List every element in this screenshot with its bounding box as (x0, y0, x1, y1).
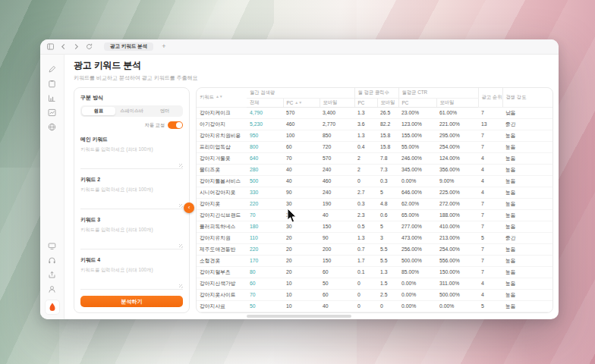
cell-click_pc: 1.3 (354, 130, 377, 141)
cell-keyword[interactable]: 몰티즈옷 (197, 164, 247, 175)
cell-mobile: 40 (320, 209, 354, 221)
resize-handle-icon[interactable] (179, 244, 183, 248)
cell-competition: 높음 (502, 141, 552, 152)
cell-keyword[interactable]: 강아지옷사이트 (197, 289, 247, 300)
cell-ctr_mobile: 500.00% (436, 289, 478, 300)
cell-mobile: 720 (320, 141, 354, 152)
cell-keyword[interactable]: 제주도애견동반 (197, 243, 247, 255)
cell-total: 330 (247, 187, 283, 198)
table-row: 강아지돌봄서비스5004046000.30.00%9.00%4높음 (197, 175, 552, 187)
cell-keyword[interactable]: 강아지털부츠 (197, 266, 247, 278)
panel-collapse-button[interactable]: ‹ (184, 202, 194, 213)
cell-ctr_mobile: 272.00% (436, 198, 478, 209)
cell-ctr_pc: 55.00% (398, 141, 436, 152)
cell-total: 80 (247, 266, 283, 278)
cell-keyword[interactable]: 시니어강아지옷 (197, 187, 247, 198)
cell-ctr_mobile: 188.00% (436, 209, 478, 221)
cell-total: 4,790 (247, 107, 283, 118)
keyword-4-input[interactable] (80, 267, 183, 284)
cell-mobile: 50 (320, 278, 354, 289)
cell-keyword[interactable]: 강아지케이크 (197, 107, 247, 118)
cell-keyword[interactable]: 강아지겨울옷 (197, 152, 247, 164)
header-click-pc[interactable]: PC (354, 98, 377, 107)
cell-pc: 10 (283, 312, 320, 313)
cell-click_mobile: 7.3 (377, 164, 398, 175)
cell-keyword[interactable]: 플러피독하네스 (197, 221, 247, 232)
cell-keyword[interactable]: 강아지옷 (197, 198, 247, 209)
cell-ctr_mobile: 356.00% (436, 164, 478, 175)
new-tab-icon[interactable]: + (162, 43, 165, 50)
header-ctr-mobile[interactable]: 모바일 (436, 98, 478, 107)
sort-icon: ▲▼ (216, 94, 223, 99)
cell-keyword[interactable]: 소형견옷 (197, 255, 247, 266)
header-total[interactable]: 전체 (247, 98, 283, 107)
trend-chart-icon[interactable] (48, 108, 57, 118)
cell-pc: 20 (283, 255, 320, 266)
resize-handle-icon[interactable] (179, 284, 183, 288)
cell-keyword[interactable]: 강아지텐트 (197, 312, 247, 313)
cell-keyword[interactable]: 아기강아지 (197, 118, 247, 130)
header-competition[interactable]: 경쟁 강도 (502, 88, 552, 107)
user-icon[interactable] (48, 285, 57, 294)
back-icon[interactable] (59, 43, 67, 51)
cell-click_pc: 0.1 (354, 266, 377, 278)
horizontal-scrollbar-thumb[interactable] (247, 315, 351, 318)
resize-handle-icon[interactable] (179, 164, 183, 168)
header-search-mobile[interactable]: 모바일 (320, 98, 354, 107)
keyword-3-input[interactable] (80, 227, 183, 243)
header-ctr-pc[interactable]: PC (398, 98, 436, 107)
cell-competition: 높음 (502, 175, 552, 187)
main-keyword-input[interactable] (80, 146, 183, 163)
cell-keyword[interactable]: 강아지사료 (197, 300, 247, 312)
cell-keyword[interactable]: 강아지유치원비용 (197, 130, 247, 141)
forward-icon[interactable] (72, 43, 80, 51)
cell-ctr_pc: 23.00% (398, 107, 436, 118)
segment-comma[interactable]: 쉼표 (82, 107, 115, 115)
app-logo-flame-icon[interactable] (45, 300, 60, 315)
cell-keyword[interactable]: 강아지돌봄서비스 (197, 175, 247, 187)
analyze-button[interactable]: 분석하기 (80, 296, 183, 307)
monitor-icon[interactable] (48, 242, 57, 251)
auto-correct-toggle[interactable] (168, 121, 183, 129)
keyword-2-input[interactable] (80, 187, 183, 203)
share-icon[interactable] (48, 271, 57, 280)
field-divider (80, 166, 183, 169)
cell-click_pc: 0 (354, 278, 377, 289)
globe-icon[interactable] (48, 123, 57, 132)
headset-icon[interactable] (48, 256, 57, 265)
header-click-mobile[interactable]: 모바일 (377, 98, 398, 107)
sidebar-toggle-icon[interactable] (46, 43, 54, 51)
cell-ctr_pc: 277.00% (398, 221, 436, 232)
cell-pc: 20 (283, 243, 320, 255)
bar-chart-icon[interactable] (48, 94, 57, 103)
segment-enter[interactable]: 엔터 (148, 107, 181, 115)
cell-keyword[interactable]: 프리미엄독샵 (197, 141, 247, 152)
cell-ctr_pc: 155.00% (398, 130, 436, 141)
field-keyword-4-label: 키워드 4 (80, 256, 183, 264)
page-title: 광고 키워드 분석 (74, 59, 553, 72)
cell-total: 220 (247, 198, 283, 209)
table-row: 강아지간식브랜드7030402.30.665.00%188.00%7높음 (197, 209, 552, 221)
cell-keyword[interactable]: 강아지유치원 (197, 232, 247, 243)
cell-total: 220 (247, 243, 283, 255)
cell-ctr_mobile: 213.00% (436, 232, 478, 243)
cell-click_pc: 2.7 (354, 187, 377, 198)
cell-ctr_pc: 0.00% (398, 289, 436, 300)
header-keyword[interactable]: 키워드▲▼ (197, 88, 247, 107)
clipboard-icon[interactable] (48, 80, 57, 89)
reload-icon[interactable] (85, 43, 93, 51)
cell-mobile: 60 (320, 266, 354, 278)
cell-keyword[interactable]: 강아지산책가방 (197, 278, 247, 289)
pen-icon[interactable] (48, 65, 57, 74)
cell-click_pc: 1.3 (354, 107, 377, 118)
cell-keyword[interactable]: 강아지간식브랜드 (197, 209, 247, 221)
cell-rank: 7 (478, 130, 502, 141)
header-ad-rank[interactable]: 광고 순위 (478, 88, 502, 107)
cell-competition: 중간 (502, 312, 552, 313)
segment-spacebar[interactable]: 스페이스바 (115, 107, 149, 115)
header-search-pc[interactable]: PC▲▼ (283, 98, 320, 107)
cell-total: 70 (247, 289, 283, 300)
resize-handle-icon[interactable] (179, 204, 183, 208)
tab-ad-keyword-analysis[interactable]: 광고 키워드 분석 (104, 42, 153, 51)
cell-total: 70 (247, 209, 283, 221)
